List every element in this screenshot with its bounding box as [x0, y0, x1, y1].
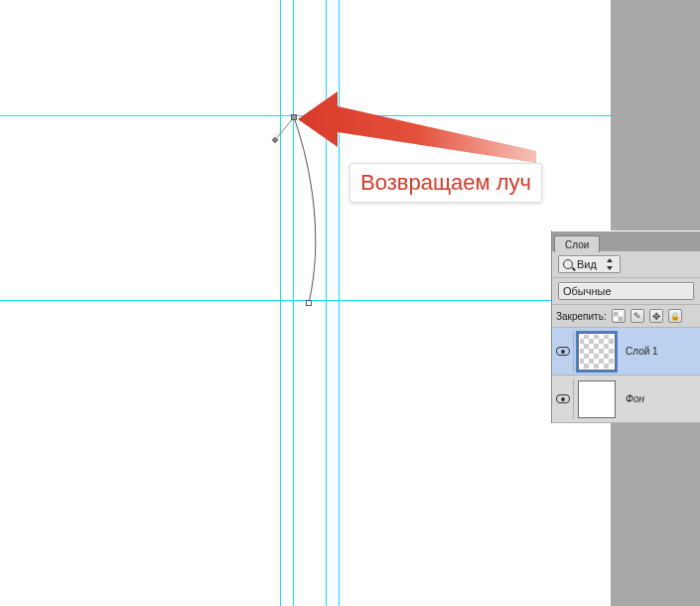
- layer-row[interactable]: Фон: [552, 376, 700, 423]
- layer-thumbnail[interactable]: [578, 380, 616, 418]
- layers-view-row: Вид: [552, 251, 700, 278]
- layer-visibility-toggle[interactable]: [552, 331, 574, 372]
- guide-horizontal[interactable]: [0, 115, 611, 116]
- checker-icon: [614, 312, 623, 321]
- guide-vertical[interactable]: [293, 0, 294, 606]
- blend-mode-value: Обычные: [563, 285, 612, 297]
- layers-view-select[interactable]: Вид: [558, 255, 621, 273]
- canvas[interactable]: [0, 0, 611, 606]
- layers-view-label: Вид: [577, 258, 597, 270]
- lock-label: Закрепить:: [556, 311, 607, 322]
- lock-icon: 🔒: [670, 312, 680, 321]
- guide-vertical[interactable]: [326, 0, 327, 606]
- search-icon: [563, 259, 573, 269]
- move-icon: ✥: [652, 311, 660, 322]
- layer-thumbnail[interactable]: [578, 333, 616, 371]
- svg-rect-3: [614, 312, 619, 317]
- anchor-point[interactable]: [291, 114, 297, 120]
- annotation-text: Возвращаем луч: [360, 170, 531, 195]
- layer-list: Слой 1 Фон: [552, 328, 700, 423]
- lock-position-button[interactable]: ✥: [649, 309, 663, 323]
- tab-layers-label: Слои: [565, 239, 589, 250]
- layer-visibility-toggle[interactable]: [552, 379, 574, 419]
- layers-panel: Слои Вид Обычные Закрепить: ✎ ✥ 🔒: [551, 230, 700, 423]
- panel-tab-bar: Слои: [552, 231, 700, 251]
- svg-line-0: [275, 117, 294, 140]
- layer-row[interactable]: Слой 1: [552, 328, 700, 376]
- bezier-handle[interactable]: [271, 136, 278, 143]
- guide-vertical[interactable]: [280, 0, 281, 606]
- tab-layers[interactable]: Слои: [554, 235, 600, 252]
- blend-mode-row: Обычные: [552, 278, 700, 305]
- svg-rect-4: [619, 316, 624, 321]
- annotation-label: Возвращаем луч: [350, 163, 542, 203]
- lock-row: Закрепить: ✎ ✥ 🔒: [552, 305, 700, 328]
- brush-icon: ✎: [633, 311, 641, 321]
- lock-transparency-button[interactable]: [612, 309, 626, 323]
- blend-mode-select[interactable]: Обычные: [558, 282, 694, 300]
- eye-icon: [556, 394, 570, 403]
- lock-pixels-button[interactable]: ✎: [630, 309, 644, 323]
- layer-name[interactable]: Фон: [626, 393, 644, 404]
- guide-vertical[interactable]: [339, 0, 340, 606]
- stepper-arrows-icon: [605, 257, 614, 271]
- eye-icon: [556, 347, 570, 356]
- layer-name[interactable]: Слой 1: [626, 346, 658, 357]
- lock-all-button[interactable]: 🔒: [668, 309, 682, 323]
- anchor-point[interactable]: [306, 300, 312, 306]
